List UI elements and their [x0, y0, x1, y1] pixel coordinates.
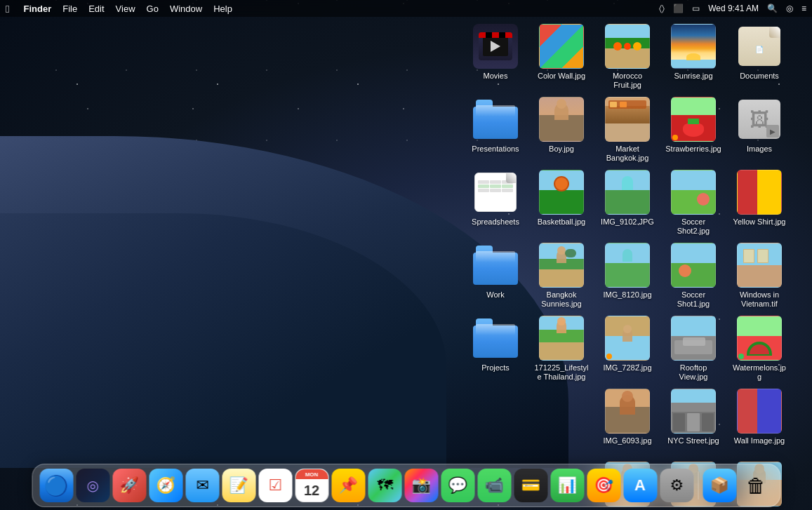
icon-movies[interactable]: Movies — [464, 21, 527, 83]
watermelons-label: Watermelons.jpg — [731, 363, 787, 382]
dock-messages[interactable]: 💬 — [441, 469, 474, 502]
bangkok-sun-thumbnail — [539, 243, 584, 288]
icon-bangkok-sun[interactable]: Bangkok Sunnies.jpg — [530, 240, 593, 311]
desktop-icons-area: Movies Color Wall.jpg Morocco Fruit.jpg … — [464, 21, 791, 510]
control-center-icon[interactable]: ≡ — [801, 4, 806, 13]
strawberries-dot — [672, 135, 678, 140]
icon-boy[interactable]: Boy.jpg — [530, 94, 593, 156]
icon-watermelons[interactable]: Watermelons.jpg — [728, 313, 791, 384]
dock-numbers[interactable]: 📊 — [550, 469, 584, 502]
spreadsheets-thumbnail — [473, 170, 518, 215]
img6093-label: IMG_6093.jpg — [603, 436, 651, 445]
icon-img6093[interactable]: IMG_6093.jpg — [596, 386, 659, 448]
dock-keynote[interactable]: 🎯 — [587, 469, 620, 502]
dock-maps[interactable]: 🗺 — [368, 469, 401, 502]
menubar-go[interactable]: Go — [147, 4, 159, 14]
icon-soccer-shot1[interactable]: Soccer Shot1.jpg — [662, 240, 725, 311]
menubar-app-name[interactable]: Finder — [23, 4, 51, 14]
bangkok-sun-label: Bangkok Sunnies.jpg — [533, 290, 590, 309]
siri-icon[interactable]: ◎ — [786, 4, 793, 13]
search-icon[interactable]: 🔍 — [767, 4, 778, 13]
boy-label: Boy.jpg — [549, 145, 574, 154]
lifestyle-thumbnail — [539, 316, 584, 361]
menubar-right: 〈〉 ⬛ ▭ Wed 9:41 AM 🔍 ◎ ≡ — [659, 4, 806, 13]
icon-strawberries[interactable]: Strawberries.jpg — [662, 94, 725, 156]
sunrise-label: Sunrise.jpg — [674, 72, 712, 81]
dock-mail[interactable]: ✉ — [185, 469, 219, 502]
dock-wallet[interactable]: 💳 — [514, 469, 547, 502]
dock-system-preferences[interactable]: ⚙ — [660, 469, 693, 502]
icon-morocco-fruit[interactable]: Morocco Fruit.jpg — [596, 21, 659, 93]
yellow-shirt-thumbnail — [737, 170, 782, 215]
icon-soccer-shot2[interactable]: Soccer Shot2.jpg — [662, 167, 725, 239]
wifi-icon[interactable]: 〈〉 — [659, 4, 665, 13]
apple-menu[interactable]:  — [6, 3, 9, 15]
menubar-window[interactable]: Window — [170, 4, 202, 14]
icon-market-bangkok[interactable]: Market Bangkok.jpg — [596, 94, 659, 166]
icon-img8120[interactable]: IMG_8120.jpg — [596, 240, 659, 302]
dock-siri[interactable]: ◎ — [76, 469, 109, 502]
spreadsheets-label: Spreadsheets — [472, 217, 519, 227]
windows-vn-thumbnail — [737, 243, 782, 288]
icon-spreadsheets[interactable]: Spreadsheets — [464, 167, 527, 229]
icon-windows-vn[interactable]: Windows in Vietnam.tif — [728, 240, 791, 311]
icon-yellow-shirt[interactable]: Yellow Shirt.jpg — [728, 167, 791, 229]
soccer-shot1-label: Soccer Shot1.jpg — [665, 290, 721, 309]
work-label: Work — [486, 290, 504, 300]
color-wall-label: Color Wall.jpg — [538, 72, 585, 81]
icon-presentations[interactable]: Presentations — [464, 94, 527, 156]
img9102-thumbnail — [605, 170, 650, 215]
menubar:  Finder File Edit View Go Window Help 〈… — [0, 0, 812, 17]
dock-trash[interactable]: 🗑 — [739, 469, 773, 502]
menubar-left:  Finder File Edit View Go Window Help — [6, 3, 232, 15]
boy-thumbnail — [539, 97, 584, 142]
menubar-file[interactable]: File — [62, 4, 77, 14]
menubar-time[interactable]: Wed 9:41 AM — [708, 4, 759, 13]
images-label: Images — [747, 145, 772, 154]
icon-work[interactable]: Work — [464, 240, 527, 302]
icon-lifestyle[interactable]: 171225_Lifestyle Thailand.jpg — [530, 313, 593, 384]
icon-rooftop[interactable]: Rooftop View.jpg — [662, 313, 725, 384]
dock-photos[interactable]: 📸 — [404, 469, 438, 502]
icon-color-wall[interactable]: Color Wall.jpg — [530, 21, 593, 83]
dock-finder[interactable]: 🔵 — [39, 469, 73, 502]
strawberries-thumbnail — [671, 97, 716, 142]
icon-wall-image[interactable]: Wall Image.jpg — [728, 386, 791, 448]
basketball-label: Basketball.jpg — [538, 217, 586, 227]
airplay-icon[interactable]: ⬛ — [673, 4, 684, 13]
icon-documents[interactable]: 📄 Documents — [728, 21, 791, 83]
icon-sunrise[interactable]: Sunrise.jpg — [662, 21, 725, 83]
movies-thumbnail — [473, 24, 518, 69]
icon-basketball[interactable]: Basketball.jpg — [530, 167, 593, 229]
dock-stickies[interactable]: 📌 — [331, 469, 365, 502]
dock-archive[interactable]: 📦 — [703, 469, 736, 502]
dock-calendar[interactable]: MON 12 — [295, 469, 328, 502]
dock-reminders[interactable]: ☑ — [258, 469, 292, 502]
dock-launchpad[interactable]: 🚀 — [112, 469, 146, 502]
icon-img9102[interactable]: IMG_9102.JPG — [596, 167, 659, 229]
morocco-fruit-label: Morocco Fruit.jpg — [599, 72, 655, 90]
icon-images[interactable]: 🖼 ▶ Images — [728, 94, 791, 156]
menubar-edit[interactable]: Edit — [88, 4, 104, 14]
market-bangkok-thumbnail — [605, 97, 650, 142]
color-wall-thumbnail — [539, 24, 584, 69]
dock-facetime[interactable]: 📹 — [477, 469, 511, 502]
battery-icon[interactable]: ▭ — [692, 4, 700, 13]
presentations-thumbnail — [473, 97, 518, 142]
wall-image-thumbnail — [737, 389, 782, 434]
documents-label: Documents — [740, 72, 779, 81]
dock-notes[interactable]: 📝 — [222, 469, 255, 502]
icon-nyc-street[interactable]: NYC Street.jpg — [662, 386, 725, 448]
soccer-shot2-label: Soccer Shot2.jpg — [665, 217, 721, 236]
img7282-label: IMG_7282.jpg — [603, 363, 651, 373]
menubar-view[interactable]: View — [116, 4, 135, 14]
icon-img7282[interactable]: IMG_7282.jpg — [596, 313, 659, 375]
soccer-shot1-thumbnail — [671, 243, 716, 288]
img9102-label: IMG_9102.JPG — [601, 217, 654, 227]
nyc-street-thumbnail — [671, 389, 716, 434]
menubar-help[interactable]: Help — [213, 4, 232, 14]
dock-appstore[interactable]: A — [623, 469, 657, 502]
icon-projects[interactable]: Projects — [464, 313, 527, 375]
dock-safari[interactable]: 🧭 — [149, 469, 182, 502]
img7282-thumbnail — [605, 316, 650, 361]
